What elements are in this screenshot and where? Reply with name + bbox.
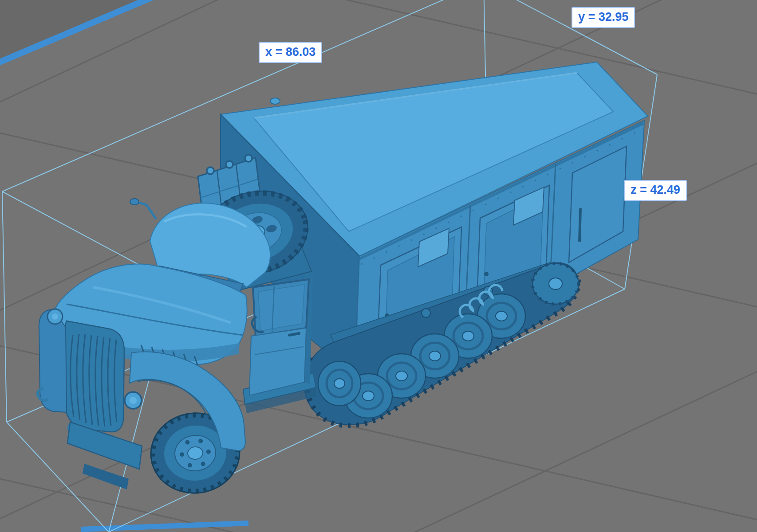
dimension-label-y: y = 32.95 bbox=[572, 7, 635, 28]
dimension-label-x: x = 86.03 bbox=[259, 42, 322, 63]
side-mirror bbox=[130, 199, 139, 205]
radiator-grille bbox=[60, 321, 124, 432]
scene-canvas[interactable] bbox=[0, 0, 757, 532]
viewport-3d[interactable]: x = 86.03 y = 32.95 z = 42.49 bbox=[0, 0, 757, 532]
dimension-label-z: z = 42.49 bbox=[624, 180, 687, 201]
left-fender bbox=[39, 309, 67, 412]
idler-wheel bbox=[318, 361, 361, 406]
roof-cap bbox=[270, 98, 280, 104]
drive-sprocket bbox=[532, 263, 579, 304]
